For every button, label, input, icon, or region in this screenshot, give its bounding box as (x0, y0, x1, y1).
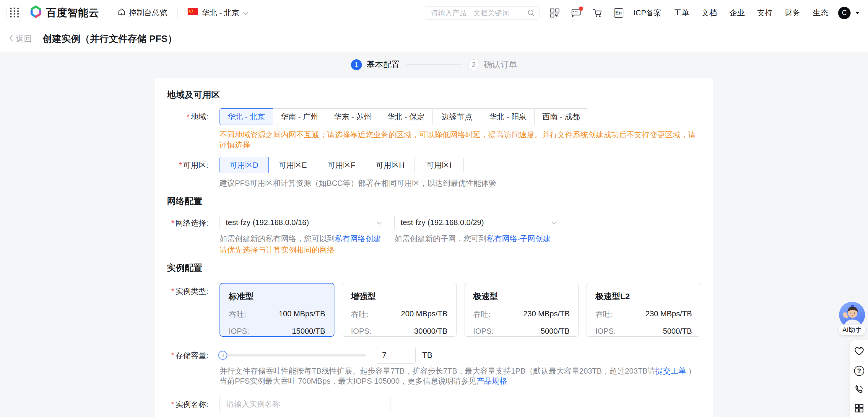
heart-icon (854, 347, 864, 357)
form-card: 地域及可用区 *地域: 华北 - 北京 华南 - 广州 华东 - 苏州 华北 -… (155, 78, 713, 417)
zone-hint: 建议PFS可用区和计算资源（如BCC等）部署在相同可用区，以达到最优性能体验 (219, 178, 701, 188)
zone-option-i[interactable]: 可用区I (414, 157, 464, 173)
search-icon[interactable] (527, 9, 535, 18)
nav-tickets[interactable]: 工单 (674, 8, 689, 18)
console-overview-link[interactable]: 控制台总览 (118, 8, 167, 18)
subnet-select[interactable]: test-fzy (192.168.0.0/29) (395, 215, 563, 230)
notification-badge (579, 6, 583, 11)
language-icon[interactable]: En (613, 7, 625, 19)
more-tools-button[interactable] (850, 399, 868, 417)
zone-label: *可用区: (167, 157, 208, 173)
instance-name-input[interactable] (219, 396, 391, 412)
region-warning: 不同地域资源之间内网不互通；请选择靠近您业务的区域，可以降低网络时延，提高访问速… (219, 130, 701, 150)
vpc-select-value: test-fzy (192.168.0.0/16) (226, 218, 377, 227)
throughput-value: 100 MBps/TB (279, 309, 325, 320)
zone-option-e[interactable]: 可用区E (268, 157, 317, 173)
zone-option-d[interactable]: 可用区D (219, 157, 269, 173)
region-option-baoding[interactable]: 华北 - 保定 (379, 108, 433, 125)
user-avatar[interactable]: C (838, 7, 850, 19)
subnet-select-value: test-fzy (192.168.0.0/29) (401, 218, 552, 227)
side-toolbar: ? (850, 340, 868, 417)
zone-option-f[interactable]: 可用区F (317, 157, 366, 173)
region-options: 华北 - 北京 华南 - 广州 华东 - 苏州 华北 - 保定 边缘节点 华北 … (219, 108, 701, 125)
zone-option-h[interactable]: 可用区H (366, 157, 415, 173)
capacity-hint-1: 并行文件存储吞吐性能按每TB线性扩展。起步容量7TB，扩容步长7TB，最大容量支… (219, 366, 701, 376)
header-divider (177, 8, 178, 18)
submit-ticket-link[interactable]: 提交工单 (655, 366, 686, 375)
capacity-label: *存储容量: (167, 347, 208, 363)
create-subnet-link[interactable]: 私有网络-子网创建 (487, 234, 551, 243)
required-marker: * (172, 219, 174, 227)
type-card-extreme[interactable]: 极速型 吞吐:230 MBps/TB IOPS:5000/TB (464, 283, 579, 337)
required-marker: * (172, 287, 174, 296)
region-option-yangquan[interactable]: 华北 - 阳泉 (481, 108, 534, 125)
required-marker: * (187, 112, 190, 121)
type-card-extreme-l2[interactable]: 极速型L2 吞吐:230 MBps/TB IOPS:5000/TB (586, 283, 701, 337)
back-button[interactable]: 返回 (9, 34, 32, 44)
nav-icp[interactable]: ICP备案 (633, 8, 661, 18)
region-option-chengdu[interactable]: 西南 - 成都 (534, 108, 588, 125)
type-card-standard[interactable]: 标准型 吞吐:100 MBps/TB IOPS:15000/TB (219, 283, 335, 337)
cart-icon[interactable] (591, 7, 603, 19)
iops-value: 5000/TB (663, 327, 692, 336)
brand-logo[interactable]: 百度智能云 (29, 5, 99, 21)
header-region-selector[interactable]: 华北 - 北京 (188, 8, 248, 18)
section-network-heading: 网络配置 (167, 195, 701, 207)
contact-phone-button[interactable] (850, 380, 868, 399)
console-overview-label: 控制台总览 (129, 8, 167, 18)
grid-icon (855, 404, 864, 414)
iops-label: IOPS: (351, 327, 371, 336)
iops-label: IOPS: (229, 327, 249, 336)
capacity-row: *存储容量: TB 并行文件存储吞吐性能按每TB线性扩展。起步容量7TB，扩容步… (167, 347, 701, 386)
vpc-select[interactable]: test-fzy (192.168.0.0/16) (219, 215, 388, 230)
capacity-input[interactable] (376, 347, 416, 363)
favorites-button[interactable] (850, 343, 868, 361)
nav-docs[interactable]: 文档 (702, 8, 717, 18)
header-region-label: 华北 - 北京 (202, 8, 239, 18)
capacity-slider-handle[interactable] (218, 351, 227, 360)
app-launcher-button[interactable] (6, 5, 23, 21)
ai-assistant-widget[interactable]: AI助手 (837, 302, 867, 335)
chevron-down-icon (552, 218, 557, 227)
step-confirm-order: 2 确认订单 (468, 59, 517, 70)
nav-finance[interactable]: 财务 (785, 8, 800, 18)
type-card-title: 增强型 (351, 291, 447, 302)
create-vpc-link[interactable]: 私有网络创建 (335, 234, 381, 243)
nav-enterprise[interactable]: 企业 (730, 8, 745, 18)
instance-name-label: *实例名称: (167, 396, 208, 413)
chevron-down-icon (243, 8, 248, 18)
home-icon (118, 8, 126, 18)
chevron-left-icon (9, 35, 13, 44)
china-flag-icon (188, 8, 198, 18)
subnet-hint: 如需创建新的子网，您可到私有网络-子网创建 (395, 234, 563, 244)
step-2-label: 确认订单 (484, 59, 517, 70)
throughput-label: 吞吐: (473, 309, 491, 320)
nav-ecosystem[interactable]: 生态 (813, 8, 828, 18)
throughput-label: 吞吐: (595, 309, 613, 320)
region-option-suzhou[interactable]: 华东 - 苏州 (326, 108, 379, 125)
product-spec-link[interactable]: 产品规格 (476, 377, 507, 385)
type-card-title: 极速型 (473, 291, 570, 302)
throughput-value: 200 MBps/TB (401, 309, 447, 320)
iops-value: 30000/TB (414, 327, 447, 336)
type-card-title: 极速型L2 (595, 291, 692, 302)
user-menu-caret-icon[interactable] (855, 11, 860, 14)
region-label: *地域: (167, 108, 208, 125)
zone-options: 可用区D 可用区E 可用区F 可用区H 可用区I (219, 157, 701, 173)
region-option-guangzhou[interactable]: 华南 - 广州 (273, 108, 326, 125)
required-marker: * (172, 400, 174, 409)
help-button[interactable]: ? (850, 361, 868, 380)
ai-assistant-avatar[interactable] (839, 302, 865, 328)
throughput-label: 吞吐: (229, 309, 246, 320)
capacity-slider[interactable] (219, 354, 366, 356)
section-region-heading: 地域及可用区 (167, 89, 701, 101)
global-search (425, 6, 539, 20)
region-option-beijing[interactable]: 华北 - 北京 (219, 108, 273, 125)
type-card-enhanced[interactable]: 增强型 吞吐:200 MBps/TB IOPS:30000/TB (342, 283, 457, 337)
step-basic-config: 1 基本配置 (351, 59, 400, 70)
nav-support[interactable]: 支持 (757, 8, 773, 18)
messages-icon[interactable] (570, 7, 582, 19)
qrcode-icon[interactable] (549, 7, 561, 19)
search-input[interactable] (425, 6, 539, 20)
region-option-edge[interactable]: 边缘节点 (432, 108, 481, 125)
